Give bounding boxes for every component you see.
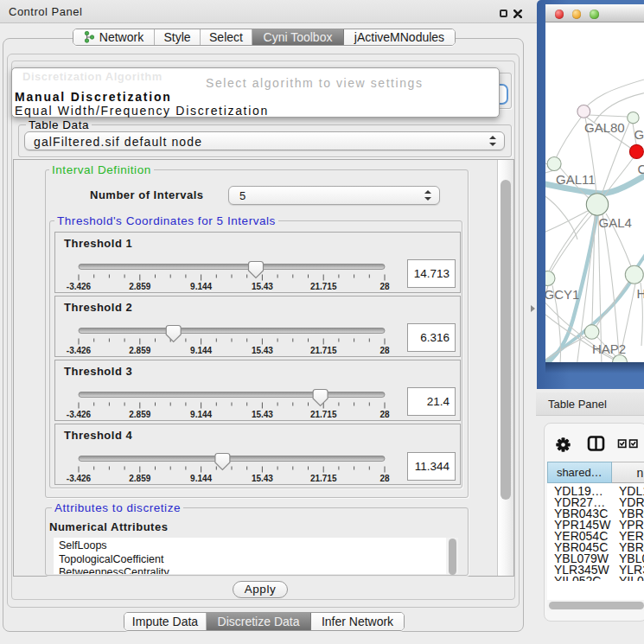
svg-text:9.144: 9.144 xyxy=(190,282,212,291)
svg-text:GA: GA xyxy=(634,127,644,142)
svg-text:28: 28 xyxy=(379,474,390,483)
svg-text:2.859: 2.859 xyxy=(129,410,150,419)
svg-text:2.859: 2.859 xyxy=(129,474,150,483)
svg-text:-3.426: -3.426 xyxy=(67,474,92,483)
svg-text:GCY1: GCY1 xyxy=(545,287,579,302)
svg-text:CY: CY xyxy=(638,162,644,176)
svg-text:9.144: 9.144 xyxy=(190,410,212,419)
svg-text:28: 28 xyxy=(379,282,390,291)
svg-text:HA: HA xyxy=(637,286,644,301)
svg-text:-3.426: -3.426 xyxy=(67,410,92,419)
svg-text:HAP2: HAP2 xyxy=(592,341,626,356)
svg-text:9.144: 9.144 xyxy=(190,346,212,355)
svg-text:2.859: 2.859 xyxy=(129,346,150,355)
svg-text:15.43: 15.43 xyxy=(252,410,273,419)
svg-text:28: 28 xyxy=(379,346,390,355)
svg-text:9.144: 9.144 xyxy=(190,474,212,483)
svg-text:GAL11: GAL11 xyxy=(556,172,596,187)
svg-text:21.715: 21.715 xyxy=(310,346,337,355)
svg-text:2.859: 2.859 xyxy=(129,282,150,291)
svg-text:-3.426: -3.426 xyxy=(67,346,92,355)
svg-text:15.43: 15.43 xyxy=(252,346,273,355)
svg-text:GAL80: GAL80 xyxy=(584,120,625,135)
svg-text:28: 28 xyxy=(379,410,390,419)
svg-text:15.43: 15.43 xyxy=(252,474,273,483)
svg-text:21.715: 21.715 xyxy=(310,282,337,291)
svg-text:GAL4: GAL4 xyxy=(599,215,632,230)
svg-text:21.715: 21.715 xyxy=(310,410,337,419)
svg-text:21.715: 21.715 xyxy=(310,474,337,483)
svg-text:15.43: 15.43 xyxy=(252,282,273,291)
svg-text:-3.426: -3.426 xyxy=(67,282,92,291)
